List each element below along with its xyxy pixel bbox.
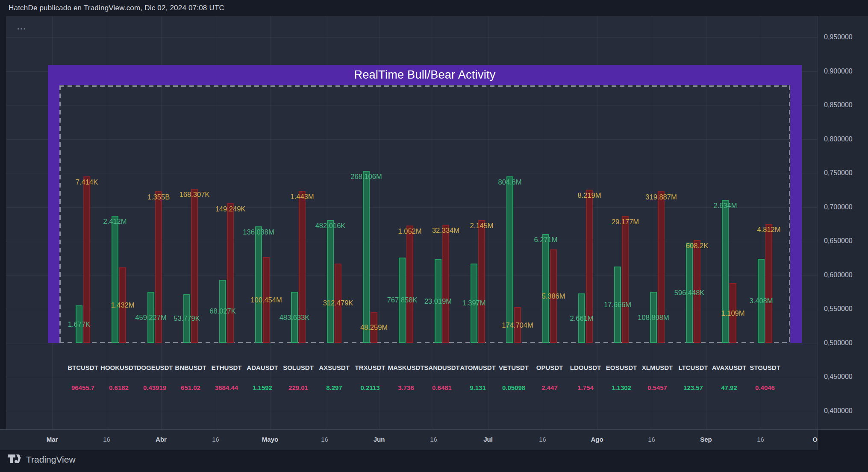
ticker-label: SANDUSDT	[424, 364, 459, 372]
price-label: 1.1302	[612, 384, 631, 392]
bear-value-label: 1.109M	[721, 309, 744, 317]
publish-header: HatchDe publicado en TradingView.com, Di…	[9, 4, 224, 12]
price-tick-label: 0,850000	[824, 101, 853, 109]
price-label: 0.05098	[502, 384, 525, 392]
time-scale[interactable]: Mar16Abr16Mayo16Jun16Jul16Ago16Sep16O	[0, 429, 818, 450]
price-scale-border	[818, 16, 818, 450]
bull-bar	[542, 234, 549, 343]
price-tick-label: 0,500000	[824, 339, 853, 347]
h-gridline	[6, 173, 818, 173]
bear-value-label: 7.414K	[76, 178, 98, 186]
bull-value-label: 1.677K	[68, 320, 90, 328]
ticker-label: BNBUSDT	[175, 364, 206, 372]
ticker-label: AVAXUSDT	[712, 364, 746, 372]
price-tick-label: 0,700000	[824, 203, 853, 211]
bear-value-label: 168.307K	[179, 190, 210, 199]
h-gridline	[6, 139, 818, 140]
ticker-label: ATOMUSDT	[460, 364, 496, 372]
time-tick-label: 16	[103, 435, 110, 444]
price-label: 8.297	[326, 384, 342, 392]
price-tick-label: 0,650000	[824, 237, 853, 245]
h-gridline	[6, 411, 818, 411]
bull-value-label: 459.227M	[135, 313, 166, 322]
price-tick-label: 0,550000	[824, 305, 853, 313]
h-gridline	[6, 377, 818, 377]
h-gridline	[6, 37, 818, 38]
ticker-label: VETUSDT	[499, 364, 529, 372]
bear-bar	[227, 203, 234, 343]
bull-value-label: 2.634M	[713, 201, 737, 210]
tradingview-snapshot: HatchDe publicado en TradingView.com, Di…	[0, 0, 868, 472]
price-label: 96455.7	[71, 384, 94, 392]
bull-bar	[506, 176, 513, 343]
dashed-box-left-edge	[59, 85, 61, 343]
ticker-label: DOGEUSDT	[136, 364, 173, 372]
price-tick-label: 0,900000	[824, 67, 853, 76]
dashed-box-right-edge	[789, 85, 790, 343]
bull-value-label: 268.106M	[350, 172, 382, 181]
time-tick-label: 16	[648, 435, 655, 444]
bear-value-label: 29.177M	[612, 217, 639, 226]
bear-bar	[622, 216, 629, 343]
price-label: 0.4046	[755, 384, 775, 392]
tradingview-logo-icon	[8, 454, 22, 465]
chart-pane[interactable]: RealTime Bull/Bear Activity 1.677K7.414K…	[6, 16, 818, 429]
price-tick-label: 0,950000	[824, 33, 853, 41]
bear-value-label: 1.355B	[147, 193, 170, 201]
bear-bar	[442, 225, 449, 343]
bull-value-label: 804.6M	[498, 178, 521, 186]
bear-value-label: 1.432M	[111, 301, 134, 309]
price-tick-label: 0,450000	[824, 372, 853, 381]
ticker-label: TRXUSDT	[355, 364, 385, 372]
price-label: 0.43919	[143, 384, 166, 392]
bull-value-label: 767.858K	[387, 296, 418, 304]
price-scale[interactable]: 0,9500000,9000000,8500000,8000000,750000…	[818, 16, 868, 429]
ticker-label: HOOKUSDT	[100, 364, 137, 372]
indicator-title: RealTime Bull/Bear Activity	[354, 68, 495, 82]
price-label: 0.6182	[109, 384, 129, 392]
price-tick-label: 0,400000	[824, 407, 853, 415]
bull-value-label: 23.019M	[424, 297, 452, 305]
h-gridline	[6, 207, 818, 208]
time-tick-label: O	[812, 435, 818, 444]
price-label: 0.5457	[647, 384, 667, 392]
bull-value-label: 17.666M	[604, 300, 631, 309]
dashed-box-top-edge	[59, 85, 790, 87]
price-label: 3684.44	[215, 384, 238, 392]
bull-value-label: 68.027K	[209, 307, 235, 315]
price-label: 229.01	[288, 384, 308, 392]
bear-bar	[765, 224, 772, 343]
ticker-label: AXSUSDT	[319, 364, 350, 372]
bear-value-label: 319.887M	[645, 193, 677, 201]
bull-value-label: 2.412M	[103, 217, 127, 226]
price-tick-label: 0,750000	[824, 169, 853, 177]
time-tick-label: Jul	[483, 435, 493, 444]
v-gridline	[815, 16, 815, 429]
h-gridline	[6, 105, 818, 106]
price-label: 1.1592	[253, 384, 272, 392]
tradingview-logo-link[interactable]: TradingView	[8, 454, 76, 465]
ticker-label: OPUSDT	[536, 364, 563, 372]
time-tick-label: Jun	[374, 435, 385, 444]
bull-bar	[722, 200, 729, 343]
bear-value-label: 1.052M	[398, 227, 421, 235]
bear-value-label: 1.443M	[290, 192, 314, 201]
indicator-left-column	[48, 85, 59, 343]
time-tick-label: Ago	[591, 435, 603, 444]
bull-value-label: 1.397M	[462, 299, 485, 307]
time-tick-label: Mayo	[262, 435, 278, 444]
price-label: 0.6481	[432, 384, 452, 392]
price-tick-label: 0,800000	[824, 135, 853, 144]
ticker-label: SOLUSDT	[283, 364, 314, 372]
bull-value-label: 6.271M	[534, 235, 557, 244]
bull-value-label: 108.898M	[638, 313, 669, 322]
bear-value-label: 312.479K	[323, 299, 353, 307]
bear-bar	[406, 226, 413, 343]
bear-value-label: 2.145M	[470, 221, 493, 230]
bull-value-label: 596.448K	[674, 288, 705, 297]
indicator-banner: RealTime Bull/Bear Activity	[48, 65, 802, 85]
price-label: 3.736	[398, 384, 414, 392]
bear-value-label: 100.454M	[250, 296, 282, 304]
price-label: 2.447	[541, 384, 558, 392]
legend-collapsed-toggle[interactable]: ...	[17, 22, 26, 32]
